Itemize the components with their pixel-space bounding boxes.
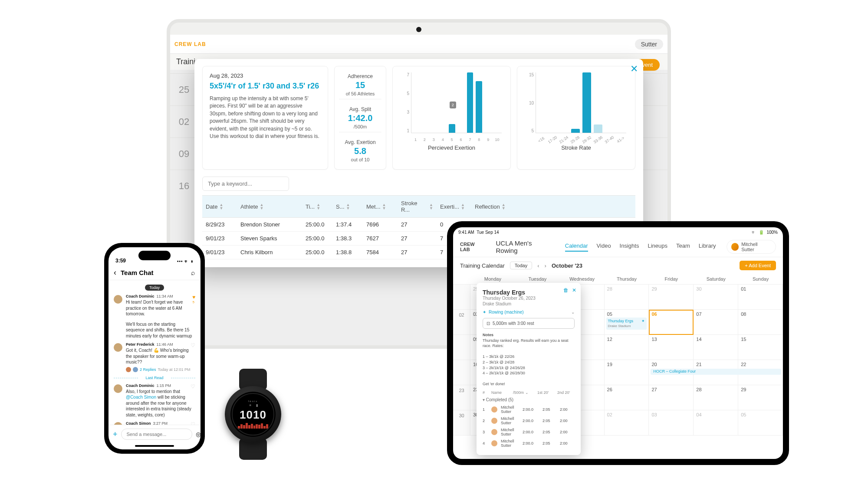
result-row[interactable]: 4Mitchell Sutter2:00.02:052:00 bbox=[483, 438, 575, 449]
watch-case: fēnix ☀▮ 1010 bbox=[225, 386, 281, 442]
ipad-frame: 9:41 AM Tue Sep 14 ᯤ🔋100% CREW LAB UCLA … bbox=[447, 221, 789, 465]
calendar-day[interactable]: 02 bbox=[605, 410, 649, 436]
calendar-day[interactable]: 27 bbox=[649, 385, 694, 410]
trash-icon[interactable]: 🗑 bbox=[563, 287, 569, 293]
event-date: Thursday October 26, 2023 bbox=[483, 296, 575, 301]
column-header[interactable]: Date ▲▼ bbox=[202, 199, 237, 214]
calendar-header: Training Calendar Today ‹ › October '23 … bbox=[453, 257, 783, 274]
calendar-day[interactable]: 26 bbox=[605, 385, 649, 410]
chevron-down-icon[interactable]: ⌄ bbox=[571, 310, 575, 314]
calendar-day[interactable]: 29 bbox=[649, 285, 694, 310]
desktop-topbar: CREW LAB Sutter bbox=[170, 35, 667, 54]
week-label: 23 bbox=[453, 385, 470, 410]
add-event-button[interactable]: + Add Event bbox=[740, 261, 776, 270]
calendar-day[interactable]: 05 bbox=[738, 410, 783, 436]
multi-day-event[interactable]: HOCR – Collegiate Four bbox=[651, 369, 781, 375]
chat-message[interactable]: We'll focus on the starting sequence and… bbox=[114, 321, 195, 339]
nav-lineups[interactable]: Lineups bbox=[648, 242, 667, 252]
result-row[interactable]: 3Mitchell Sutter2:00.02:052:00 bbox=[483, 426, 575, 438]
calendar-day[interactable]: 12 bbox=[605, 335, 649, 360]
user-chip[interactable]: Sutter bbox=[635, 39, 663, 49]
chat-message[interactable]: Coach Simon 3:27 PMSee you all tomorrow!… bbox=[114, 421, 195, 425]
column-header[interactable]: Stroke R... ▲▼ bbox=[398, 196, 437, 217]
completed-section[interactable]: Completed (5) bbox=[483, 397, 575, 402]
search-icon[interactable]: ⌕ bbox=[191, 269, 195, 277]
back-icon[interactable]: ‹ bbox=[114, 268, 116, 277]
calendar-day[interactable]: 05Thursday Ergs✦Drake Stadium bbox=[605, 310, 649, 335]
column-header[interactable]: Reflection ▲▼ bbox=[471, 199, 635, 214]
calendar-day[interactable]: 13 bbox=[649, 335, 694, 360]
avatar bbox=[491, 440, 497, 446]
event-location: Drake Stadium bbox=[483, 301, 575, 306]
team-name: UCLA Men's Rowing bbox=[496, 239, 555, 254]
home-indicator[interactable] bbox=[135, 445, 174, 447]
calendar-day[interactable]: 03 bbox=[649, 410, 694, 436]
week-label bbox=[453, 335, 470, 360]
column-header[interactable]: Exerti... ▲▼ bbox=[437, 199, 471, 214]
column-header[interactable]: Ti... ▲▼ bbox=[302, 199, 332, 214]
calendar-day[interactable]: 15 bbox=[738, 335, 783, 360]
column-header[interactable]: Met... ▲▼ bbox=[363, 199, 398, 214]
brand-text: CREW LAB bbox=[174, 41, 206, 47]
result-row[interactable]: 2Mitchell Sutter2:00.02:052:00 bbox=[483, 415, 575, 426]
heart-icon[interactable]: ♡ bbox=[191, 342, 195, 348]
workout-date: Aug 28, 2023 bbox=[210, 72, 321, 79]
chat-message[interactable]: Coach Dominic 11:34 AMHi team! Don't for… bbox=[114, 294, 195, 317]
chat-message[interactable]: Peter Frederick 11:46 AMGot it, Coach! 💪… bbox=[114, 342, 195, 372]
calendar-day[interactable]: 30 bbox=[694, 285, 738, 310]
event-title: Thursday Ergs bbox=[483, 289, 575, 296]
chevron-left-icon[interactable]: ‹ bbox=[537, 262, 539, 269]
workout-stats-panel: Adherence 15 of 56 Athletes Avg. Split 1… bbox=[334, 66, 386, 170]
nav-library[interactable]: Library bbox=[699, 242, 716, 252]
calendar-day[interactable]: 19 bbox=[605, 360, 649, 385]
avatar bbox=[491, 429, 497, 435]
watch-face[interactable]: fēnix ☀▮ 1010 bbox=[230, 392, 276, 437]
calendar-day[interactable]: 06 bbox=[649, 310, 694, 335]
result-row[interactable]: 1Mitchell Sutter2:00.02:052:00 bbox=[483, 404, 575, 415]
calendar-day[interactable]: 01 bbox=[738, 285, 783, 310]
column-header[interactable]: Athlete ▲▼ bbox=[237, 199, 302, 214]
camera-icon[interactable]: ◎ bbox=[196, 431, 201, 438]
message-input[interactable] bbox=[121, 429, 192, 440]
nav-video[interactable]: Video bbox=[597, 242, 611, 252]
iphone-screen: 3:59 ••• ᯤ ▮ ‹ Team Chat ⌕ Today Coach D… bbox=[108, 247, 201, 449]
filter-input[interactable] bbox=[202, 177, 289, 191]
today-button[interactable]: Today bbox=[510, 262, 532, 269]
nav-calendar[interactable]: Calendar bbox=[565, 242, 588, 252]
nav-insights[interactable]: Insights bbox=[620, 242, 639, 252]
close-icon[interactable]: ✕ bbox=[630, 63, 638, 75]
calendar-day[interactable]: 14 bbox=[694, 335, 738, 360]
chat-body[interactable]: Today Coach Dominic 11:34 AMHi team! Don… bbox=[108, 280, 201, 425]
message-composer: + ◎ bbox=[108, 425, 201, 443]
calendar-day[interactable]: 07 bbox=[694, 310, 738, 335]
chevron-right-icon[interactable]: › bbox=[545, 262, 546, 269]
calendar-day[interactable]: 04 bbox=[694, 410, 738, 436]
last-read-divider: Last Read bbox=[114, 376, 195, 380]
nav-team[interactable]: Team bbox=[676, 242, 690, 252]
chat-message[interactable]: Coach Dominic 1:15 PMAlso, I forgot to m… bbox=[114, 383, 195, 418]
activity-row[interactable]: ✦Rowing (machine)⌄ bbox=[483, 310, 575, 314]
column-header[interactable]: S... ▲▼ bbox=[332, 199, 363, 214]
week-label bbox=[453, 360, 470, 385]
close-icon[interactable]: ✕ bbox=[572, 287, 576, 293]
avatar bbox=[491, 406, 497, 413]
wifi-icon: ᯤ bbox=[752, 230, 756, 235]
plus-icon[interactable]: + bbox=[113, 430, 118, 439]
heart-icon[interactable]: ♡ bbox=[191, 421, 195, 425]
star-icon: ✦ bbox=[641, 319, 645, 324]
calendar-day[interactable]: 28 bbox=[694, 385, 738, 410]
heart-icon[interactable]: ♥ bbox=[192, 294, 195, 300]
calendar-day[interactable]: 29 bbox=[738, 385, 783, 410]
replies-link[interactable]: 2 Replies Today at 12:01 PM bbox=[126, 367, 195, 372]
workout-set[interactable]: ⊡5,000m with 3:00 rest bbox=[483, 318, 575, 329]
table-header[interactable]: Date ▲▼Athlete ▲▼Ti... ▲▼S... ▲▼Met... ▲… bbox=[202, 195, 635, 218]
calendar-day[interactable]: 28 bbox=[605, 285, 649, 310]
event-chip[interactable]: Thursday Ergs✦Drake Stadium bbox=[606, 318, 647, 330]
heart-icon[interactable]: ♡ bbox=[191, 383, 195, 390]
month-label: October '23 bbox=[552, 262, 582, 269]
brand-logo: CREW LAB bbox=[460, 242, 486, 252]
avatar bbox=[114, 422, 122, 425]
user-chip[interactable]: Mitchell Sutter bbox=[727, 240, 776, 254]
calendar-day[interactable]: 08 bbox=[738, 310, 783, 335]
chart-title: Percieved Exertion bbox=[428, 144, 475, 151]
